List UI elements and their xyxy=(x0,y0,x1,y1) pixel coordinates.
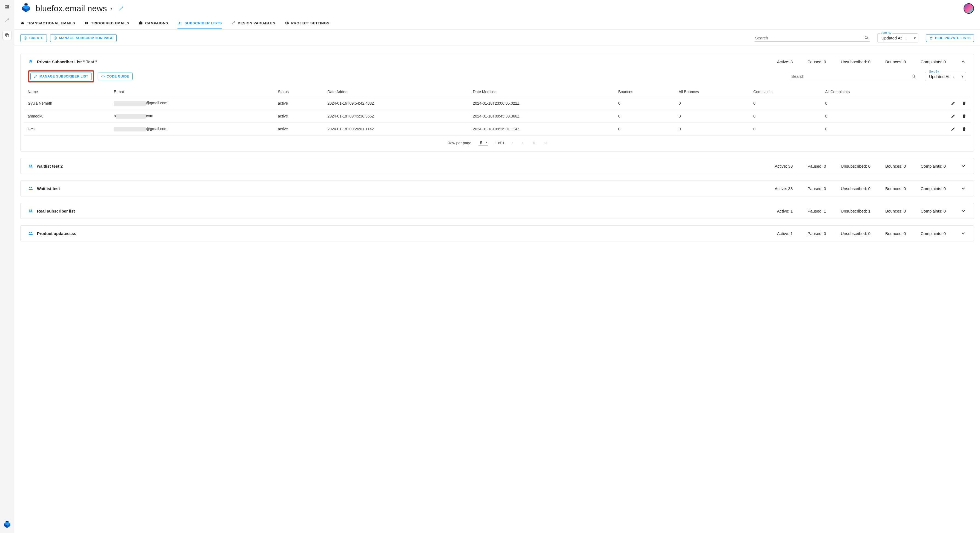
svg-point-23 xyxy=(29,165,31,166)
stat-bounces: Bounces: 0 xyxy=(885,209,906,213)
tab-transactional-emails[interactable]: TRANSACTIONAL EMAILS xyxy=(20,21,75,29)
card-header: Private Subscriber List " Test " Active:… xyxy=(21,54,974,69)
first-page-icon[interactable]: I‹ xyxy=(533,141,535,145)
project-name[interactable]: bluefox.email news xyxy=(36,4,107,13)
last-page-icon[interactable]: ›I xyxy=(544,141,547,145)
create-button[interactable]: CREATE xyxy=(20,34,47,42)
code-guide-button[interactable]: CODE GUIDE xyxy=(98,73,132,80)
subscriber-list-card: Product updatessssActive: 1Paused: 0Unsu… xyxy=(20,226,974,241)
cell-all-complaints: 0 xyxy=(821,97,907,110)
card-header[interactable]: Real subscriber listActive: 1Paused: 1Un… xyxy=(21,203,974,219)
cell-modified: 2024-01-18T23:00:05.022Z xyxy=(469,97,614,110)
table-row: ahmedkuaxcomactive2024-01-18T09:45:38.36… xyxy=(24,110,970,123)
edit-icon[interactable] xyxy=(951,127,956,132)
sort-subscribers-select[interactable]: Sort By Updated At ↓ ▾ xyxy=(925,72,966,81)
hide-private-button[interactable]: HIDE PRIVATE LISTS xyxy=(926,34,974,42)
rows-per-page-select[interactable]: 5 xyxy=(479,140,488,146)
expand-icon[interactable] xyxy=(961,163,966,169)
stat-paused: Paused: 0 xyxy=(807,164,826,169)
manage-subscription-page-button[interactable]: MANAGE SUBSCRIPTION PAGE xyxy=(50,34,117,42)
sort-value: Updated At xyxy=(881,36,902,40)
bolt-icon xyxy=(84,21,89,25)
prev-page-icon[interactable]: ‹ xyxy=(512,141,513,145)
tab-triggered-emails[interactable]: TRIGGERED EMAILS xyxy=(84,21,129,29)
toolbar: CREATE MANAGE SUBSCRIPTION PAGE Sort By … xyxy=(14,30,980,46)
people-plus-icon xyxy=(178,21,182,25)
card-header[interactable]: Waitlist testActive: 38Paused: 0Unsubscr… xyxy=(21,181,974,196)
cell-all-bounces: 0 xyxy=(675,97,750,110)
expand-icon[interactable] xyxy=(961,231,966,236)
cell-complaints: 0 xyxy=(749,123,821,135)
rail-dashboard-icon[interactable] xyxy=(4,3,10,10)
cell-bounces: 0 xyxy=(614,97,675,110)
tab-label: TRANSACTIONAL EMAILS xyxy=(27,21,75,25)
search-subscribers-input[interactable] xyxy=(791,74,911,79)
tab-campaigns[interactable]: CAMPAIGNS xyxy=(138,21,168,29)
project-dropdown-icon[interactable]: ▾ xyxy=(110,6,112,11)
stat-complaints: Complaints: 0 xyxy=(921,164,946,169)
cell-added: 2024-01-18T09:45:38.366Z xyxy=(324,110,469,123)
svg-rect-3 xyxy=(5,7,7,8)
main: bluefox.email news ▾ TRANSACTIONAL EMAIL… xyxy=(14,0,980,533)
stat-unsubscribed: Unsubscribed: 0 xyxy=(841,186,870,191)
sort-value: Updated At xyxy=(929,74,949,79)
tab-label: DESIGN VARIABLES xyxy=(238,21,275,25)
cell-all-complaints: 0 xyxy=(821,123,907,135)
cell-email: x@gmail.com xyxy=(110,97,274,110)
delete-icon[interactable] xyxy=(962,127,967,132)
cell-email: x@gmail.com xyxy=(110,123,274,135)
card-stats: Active: 38Paused: 0Unsubscribed: 0Bounce… xyxy=(775,186,946,191)
tab-project-settings[interactable]: PROJECT SETTINGS xyxy=(285,21,329,29)
expand-icon[interactable] xyxy=(961,208,966,214)
sort-select[interactable]: Sort By Updated At ↓ ▾ xyxy=(877,33,918,43)
stat-unsubscribed: Unsubscribed: 0 xyxy=(841,59,870,64)
stat-active: Active: 1 xyxy=(777,209,793,213)
card-header[interactable]: waitlist test 2Active: 38Paused: 0Unsubs… xyxy=(21,158,974,173)
logo-icon xyxy=(20,3,32,14)
cell-all-bounces: 0 xyxy=(675,123,750,135)
card-stats: Active: 3 Paused: 0 Unsubscribed: 0 Boun… xyxy=(777,59,946,64)
stat-complaints: Complaints: 0 xyxy=(921,186,946,191)
rail-copy-icon[interactable] xyxy=(2,31,12,40)
cell-status: active xyxy=(274,97,323,110)
rows-per-page-label: Row per page xyxy=(447,141,471,145)
tab-design-variables[interactable]: DESIGN VARIABLES xyxy=(231,21,275,29)
sort-label: Sort By xyxy=(928,70,940,73)
search-subscribers[interactable] xyxy=(791,73,917,80)
edit-icon[interactable] xyxy=(951,101,956,106)
next-page-icon[interactable]: › xyxy=(522,141,523,145)
rail-logo-bottom xyxy=(3,520,11,529)
expand-icon[interactable] xyxy=(961,186,966,191)
tab-label: PROJECT SETTINGS xyxy=(291,21,329,25)
stat-active: Active: 38 xyxy=(775,186,793,191)
user-avatar[interactable] xyxy=(964,3,974,14)
svg-point-27 xyxy=(29,210,31,211)
svg-point-19 xyxy=(865,36,867,39)
design-wand-icon[interactable] xyxy=(118,6,124,11)
tab-label: CAMPAIGNS xyxy=(145,21,168,25)
stat-bounces: Bounces: 0 xyxy=(885,186,906,191)
stat-complaints: Complaints: 0 xyxy=(921,209,946,213)
cell-bounces: 0 xyxy=(614,110,675,123)
edit-icon[interactable] xyxy=(951,114,956,119)
col-status: Status xyxy=(274,87,323,97)
table-row: Gyula Némethx@gmail.comactive2024-01-16T… xyxy=(24,97,970,110)
manage-subscriber-list-button[interactable]: MANAGE SUBSCRIBER LIST xyxy=(30,73,92,80)
page-nav: ‹ › I‹ ›I xyxy=(512,141,547,145)
delete-icon[interactable] xyxy=(962,114,967,119)
tab-subscriber-lists[interactable]: SUBSCRIBER LISTS xyxy=(178,21,222,29)
delete-icon[interactable] xyxy=(962,101,967,106)
search-input[interactable] xyxy=(755,36,864,40)
stat-unsubscribed: Unsubscribed: 1 xyxy=(841,209,870,213)
svg-point-16 xyxy=(179,22,180,23)
stat-unsubscribed: Unsubscribed: 0 xyxy=(841,231,870,236)
collapse-icon[interactable] xyxy=(961,59,966,64)
code-btn-label: CODE GUIDE xyxy=(107,75,129,78)
rail-wand-icon[interactable] xyxy=(4,17,10,24)
page-range: 1 of 1 xyxy=(495,141,504,145)
cell-email: axcom xyxy=(110,110,274,123)
briefcase-icon xyxy=(138,21,143,25)
tab-label: SUBSCRIBER LISTS xyxy=(185,21,222,25)
card-header[interactable]: Product updatessssActive: 1Paused: 0Unsu… xyxy=(21,226,974,241)
search-lists[interactable] xyxy=(754,34,870,41)
